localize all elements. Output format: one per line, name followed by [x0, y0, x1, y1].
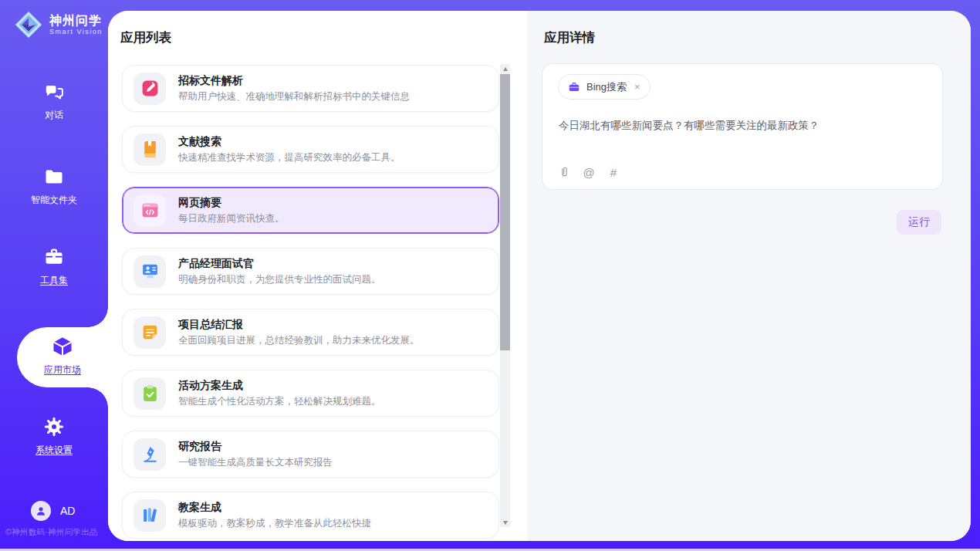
user-chip[interactable]: AD [31, 501, 75, 521]
diamond-logo-icon [14, 10, 43, 39]
clipboard-check-icon [133, 377, 166, 410]
app-card-description: 每日政府新闻资讯快查。 [178, 212, 285, 225]
scrollbar-thumb[interactable] [500, 74, 510, 350]
at-icon[interactable]: @ [582, 165, 596, 179]
app-card[interactable]: 活动方案生成智能生成个性化活动方案，轻松解决规划难题。 [122, 370, 499, 417]
user-name: AD [60, 505, 75, 517]
brand-title: 神州问学 [49, 14, 103, 28]
app-card-name: 教案生成 [178, 500, 371, 514]
pen-edit-icon [133, 73, 166, 105]
app-card-description: 帮助用户快速、准确地理解和解析招标书中的关键信息 [178, 90, 410, 103]
avatar [31, 501, 51, 521]
arrow-down-icon [503, 521, 508, 525]
briefcase-icon [568, 81, 580, 93]
app-detail-panel: 应用详情 Bing搜索 × 今日湖北有哪些新闻要点？有哪些需要关注的最新政策？ [527, 11, 971, 541]
app-detail-title: 应用详情 [544, 29, 595, 46]
app-card-description: 全面回顾项目进展，总结经验教训，助力未来优化发展。 [178, 334, 420, 347]
app-card-description: 智能生成个性化活动方案，轻松解决规划难题。 [178, 395, 381, 408]
app-card[interactable]: 研究报告一键智能生成高质量长文本研究报告 [122, 431, 499, 478]
app-card-description: 模板驱动，教案秒成，教学准备从此轻松快捷 [178, 517, 371, 530]
app-card-description: 明确身份和职责，为您提供专业性的面试问题。 [178, 273, 381, 286]
arrow-up-icon [503, 67, 508, 71]
app-list-title: 应用列表 [120, 29, 171, 46]
app-card-description: 快速精准查找学术资源，提高研究效率的必备工具。 [178, 151, 400, 164]
chat-icon [0, 80, 108, 103]
app-card[interactable]: 项目总结汇报全面回顾项目进展，总结经验教训，助力未来优化发展。 [122, 309, 499, 356]
app-card-name: 招标文件解析 [178, 73, 410, 87]
input-toolbar: @ # [557, 165, 620, 179]
toolbox-icon [0, 245, 108, 269]
app-list: 招标文件解析帮助用户快速、准确地理解和解析招标书中的关键信息文献搜索快速精准查找… [122, 65, 499, 541]
app-card-name: 项目总结汇报 [178, 317, 420, 331]
tool-tag: Bing搜索 × [558, 74, 651, 100]
app-card[interactable]: 招标文件解析帮助用户快速、准确地理解和解析招标书中的关键信息 [122, 65, 499, 112]
scroll-down-button[interactable] [500, 518, 510, 527]
app-card-text: 网页摘要每日政府新闻资讯快查。 [178, 195, 285, 225]
sidebar-item-label: 对话 [0, 109, 108, 122]
hash-icon[interactable]: # [607, 165, 620, 179]
brand: 神州问学 Smart Vision [14, 10, 103, 39]
app-card[interactable]: 文献搜索快速精准查找学术资源，提高研究效率的必备工具。 [122, 126, 499, 173]
folder-icon [0, 165, 108, 188]
tool-tag-label: Bing搜索 [586, 80, 627, 94]
app-card-text: 教案生成模板驱动，教案秒成，教学准备从此轻松快捷 [178, 500, 371, 530]
sidebar-item-app-market[interactable]: 应用市场 [17, 327, 108, 387]
close-icon[interactable]: × [634, 82, 640, 92]
brand-subtitle: Smart Vision [49, 28, 103, 35]
ink-pen-icon [133, 438, 166, 471]
sidebar-item-label: 工具集 [0, 274, 108, 287]
query-card: Bing搜索 × 今日湖北有哪些新闻要点？有哪些需要关注的最新政策？ @ # [542, 63, 943, 190]
sidebar-item-smart-folder[interactable]: 智能文件夹 [0, 165, 108, 211]
app-list-panel: 应用列表 招标文件解析帮助用户快速、准确地理解和解析招标书中的关键信息文献搜索快… [108, 11, 527, 541]
app-card-description: 一键智能生成高质量长文本研究报告 [178, 456, 333, 469]
app-card-text: 活动方案生成智能生成个性化活动方案，轻松解决规划难题。 [178, 378, 381, 408]
sidebar-item-chat[interactable]: 对话 [0, 80, 108, 127]
person-icon [34, 504, 48, 518]
main-content: 应用列表 招标文件解析帮助用户快速、准确地理解和解析招标书中的关键信息文献搜索快… [108, 11, 971, 541]
app-card[interactable]: 教案生成模板驱动，教案秒成，教学准备从此轻松快捷 [122, 492, 499, 539]
app-card-name: 网页摘要 [178, 195, 285, 209]
app-card-name: 研究报告 [178, 439, 333, 453]
app-card-text: 文献搜索快速精准查找学术资源，提高研究效率的必备工具。 [178, 134, 400, 164]
interviewer-icon [133, 255, 166, 288]
webpage-icon [133, 194, 166, 227]
sidebar-item-label: 系统设置 [0, 444, 108, 457]
sidebar-item-label: 智能文件夹 [0, 194, 108, 207]
scroll-up-button[interactable] [500, 64, 510, 73]
paperclip-icon[interactable] [557, 165, 571, 179]
app-card[interactable]: 网页摘要每日政府新闻资讯快查。 [122, 187, 499, 234]
sidebar-item-system-settings[interactable]: 系统设置 [0, 415, 108, 461]
sidebar: 神州问学 Smart Vision 对话智能文件夹工具集应用市场系统设置 AD … [0, 0, 108, 551]
app-card-name: 文献搜索 [178, 134, 400, 148]
app-card[interactable]: 产品经理面试官明确身份和职责，为您提供专业性的面试问题。 [122, 248, 499, 295]
cube-icon [17, 335, 108, 358]
gear-icon [0, 415, 108, 438]
books-icon [133, 499, 166, 532]
run-button[interactable]: 运行 [897, 210, 941, 235]
app-card-name: 活动方案生成 [178, 378, 381, 392]
query-input[interactable]: 今日湖北有哪些新闻要点？有哪些需要关注的最新政策？ [559, 118, 927, 134]
list-scrollbar [500, 64, 510, 527]
sidebar-item-toolset[interactable]: 工具集 [0, 245, 108, 292]
app-card-text: 产品经理面试官明确身份和职责，为您提供专业性的面试问题。 [178, 256, 381, 286]
app-card-text: 招标文件解析帮助用户快速、准确地理解和解析招标书中的关键信息 [178, 73, 410, 103]
app-card-text: 项目总结汇报全面回顾项目进展，总结经验教训，助力未来优化发展。 [178, 317, 420, 347]
sidebar-footer: ©神州数码·神州问学出品 [5, 527, 106, 538]
app-card-name: 产品经理面试官 [178, 256, 381, 270]
app-card-text: 研究报告一键智能生成高质量长文本研究报告 [178, 439, 333, 469]
book-icon [133, 134, 166, 166]
note-icon [133, 316, 166, 349]
sidebar-item-label: 应用市场 [17, 363, 108, 377]
